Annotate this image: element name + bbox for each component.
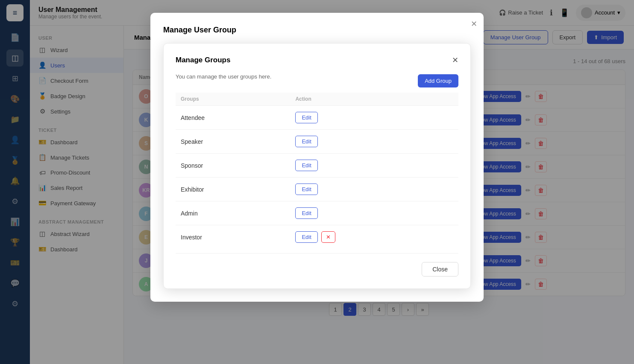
groups-scroll[interactable]: Groups Action Attendee Edit Speaker Edit…: [176, 93, 458, 249]
edit-group-button[interactable]: Edit: [295, 160, 317, 171]
edit-group-button[interactable]: Edit: [295, 207, 317, 219]
inner-modal-top-row: You can manage the user groups here. Add…: [176, 73, 458, 88]
edit-group-button[interactable]: Edit: [295, 112, 317, 123]
inner-modal-desc: You can manage the user groups here.: [176, 73, 271, 80]
manage-groups-modal: Manage Groups ✕ You can manage the user …: [163, 43, 471, 289]
groups-col-name: Groups: [176, 93, 290, 106]
edit-group-button[interactable]: Edit: [295, 183, 317, 195]
group-name: Attendee: [176, 106, 290, 130]
inner-modal-close-button[interactable]: ✕: [452, 55, 458, 65]
modal-footer: Close: [176, 253, 458, 277]
groups-table: Groups Action Attendee Edit Speaker Edit…: [176, 93, 458, 249]
group-row: Attendee Edit: [176, 106, 458, 130]
outer-modal-close-button[interactable]: ✕: [471, 19, 477, 29]
add-group-button[interactable]: Add Group: [418, 74, 458, 87]
group-row: Investor Edit ✕: [176, 225, 458, 249]
delete-group-button[interactable]: ✕: [321, 231, 335, 243]
group-name: Sponsor: [176, 154, 290, 178]
outer-modal: Manage User Group ✕ Manage Groups ✕ You …: [150, 13, 484, 302]
group-row: Sponsor Edit: [176, 154, 458, 178]
group-name: Exhibitor: [176, 178, 290, 201]
groups-col-action: Action: [290, 93, 458, 106]
edit-group-button[interactable]: Edit: [295, 231, 317, 243]
group-row: Exhibitor Edit: [176, 178, 458, 201]
modal-overlay: Manage User Group ✕ Manage Groups ✕ You …: [0, 0, 634, 364]
outer-modal-title: Manage User Group: [163, 26, 471, 35]
group-name: Speaker: [176, 130, 290, 154]
inner-modal-header: Manage Groups ✕: [176, 55, 458, 65]
group-row: Admin Edit: [176, 201, 458, 225]
group-name: Investor: [176, 225, 290, 249]
group-row: Speaker Edit: [176, 130, 458, 154]
close-modal-button[interactable]: Close: [422, 262, 458, 277]
inner-modal-title: Manage Groups: [176, 56, 230, 64]
edit-group-button[interactable]: Edit: [295, 136, 317, 147]
group-name: Admin: [176, 201, 290, 225]
